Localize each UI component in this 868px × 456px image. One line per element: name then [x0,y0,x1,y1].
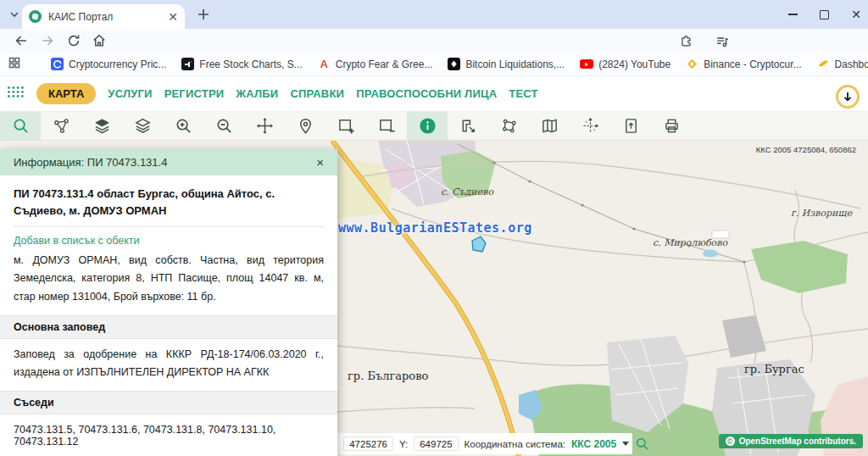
copyright-icon: © [726,437,735,446]
nav-item-pravosposobni-litsa[interactable]: ПРАВОСПОСОБНИ ЛИЦА [356,87,497,100]
panel-body: ПИ 70473.131.4 област Бургас, община Айт… [0,175,337,456]
select-remove-icon[interactable] [366,112,407,140]
map-label-sadievo: с. Съдиево [441,186,493,197]
order-text: Заповед за одобрение на КККР РД-18-174/0… [14,342,324,389]
window-close-icon[interactable]: ✕ [851,8,861,20]
y-input[interactable]: 649725 [414,437,458,451]
new-tab-button[interactable] [196,7,211,22]
bookmark-dashboard[interactable]: Dashboard [817,58,868,70]
measure-area-icon[interactable] [488,112,529,140]
minimize-icon[interactable] [788,14,798,15]
alternative-a-icon: A [318,58,331,70]
tab-strip: КАИС Портал ✕ ✕ [0,0,868,29]
section-neighbors: Съседи [0,391,337,414]
collapse-download-button[interactable] [836,85,860,108]
map-label-mirolyubovo: с. Миролюбово [653,237,727,248]
dashboard-icon [817,58,830,70]
map-toolbar [0,112,868,141]
crs-dropdown-icon[interactable] [622,442,629,446]
maximize-icon[interactable] [820,10,829,19]
kais-favicon-icon [29,10,42,23]
zoom-in-icon[interactable] [163,112,203,140]
home-icon[interactable] [92,33,107,48]
nav-item-karta[interactable]: КАРТА [36,83,96,104]
browser-tab[interactable]: КАИС Портал ✕ [22,4,185,29]
location-pin-icon[interactable] [285,112,326,140]
panel-close-icon[interactable]: × [316,156,324,169]
nav-item-uslugi[interactable]: УСЛУГИ [108,87,152,100]
layers-icon[interactable] [122,112,163,140]
tab-title: КАИС Портал [48,11,161,23]
osm-attribution[interactable]: © OpenStreetMap contributors. [719,434,863,448]
map-label-burgas: гр. Бургас [744,363,804,375]
bookmark-youtube[interactable]: (2824) YouTube [580,58,670,70]
cursor-coordinates: ККС 2005 4725084, 650862 [756,145,856,154]
crs-label: Координатна система: [465,439,565,449]
print-icon[interactable] [651,112,692,140]
map-sheets-icon[interactable] [529,112,570,140]
export-page-icon[interactable] [610,112,651,140]
bookmark-binance[interactable]: Binance - Cryptocur... [686,58,801,70]
info-tool-icon[interactable] [407,112,448,140]
forward-icon[interactable] [40,33,55,48]
map-label-balgarovo: гр. Българово [348,370,428,382]
bookmarks-bar: Cryptocurrency Pric... Free Stock Charts… [0,53,868,76]
site-nav: КАРТА УСЛУГИ РЕГИСТРИ ЖАЛБИ СПРАВКИ ПРАВ… [0,76,868,112]
coinmarketcap-icon [51,58,64,70]
neighbors-list: 70473.131.5, 70473.131.6, 70473.131.8, 7… [14,417,324,450]
tab-close-icon[interactable]: ✕ [168,11,178,23]
x-input[interactable]: 4725276 [343,437,393,451]
search-tool-icon[interactable] [0,112,41,140]
extensions-icon[interactable] [678,34,693,49]
measure-length-icon[interactable] [448,112,488,140]
coordinate-axes-icon[interactable] [570,112,610,140]
bookmark-bitcoin-liquidations[interactable]: Bitcoin Liquidations,... [448,58,565,70]
pan-icon[interactable] [244,112,285,140]
parcel-title: ПИ 70473.131.4 област Бургас, община Айт… [14,182,324,227]
coordinates-search-icon[interactable] [635,437,649,451]
tab-search-icon[interactable] [7,7,22,22]
nav-item-zhalbi[interactable]: ЖАЛБИ [236,87,278,100]
reload-icon[interactable] [66,33,81,48]
nav-item-registri[interactable]: РЕГИСТРИ [164,87,225,100]
browser-window: КАИС Портал ✕ ✕ kais.cadastre.bg/bg/Map/… [0,0,868,456]
nav-item-spravki[interactable]: СПРАВКИ [290,87,344,100]
crs-select[interactable]: ККС 2005 [571,438,616,450]
watermark: www.BulgarianESTates.org [338,220,532,236]
zoom-out-icon[interactable] [203,112,244,140]
apps-grid-icon[interactable] [8,57,20,71]
select-add-icon[interactable] [326,112,366,140]
map-label-izvorishte: г. Изворище [791,208,852,219]
y-label: Y: [399,439,408,449]
grid-menu-icon[interactable] [7,86,25,102]
bookmark-free-stock-charts[interactable]: Free Stock Charts, S... [181,58,302,70]
parcel-details: м. ДОМУЗ ОРМАН, вид собств. Частна, вид … [14,247,324,313]
parcel-info-panel: Информация: ПИ 70473.131.4 × ПИ 70473.13… [0,149,337,456]
address-bar-row: kais.cadastre.bg/bg/Map/Index ☆ New Chro… [0,29,868,53]
playlist-icon[interactable] [715,34,730,49]
snap-nodes-icon[interactable] [41,112,81,140]
binance-icon [686,58,698,70]
window-controls: ✕ [788,0,861,29]
liquidations-icon [448,58,460,70]
nav-item-test[interactable]: ТЕСТ [509,87,537,100]
youtube-icon [580,59,593,69]
bookmark-cryptocurrency[interactable]: Cryptocurrency Pric... [51,58,166,70]
bookmark-crypto-fear-greed[interactable]: A Crypto Fear & Gree... [318,58,433,70]
panel-header: Информация: ПИ 70473.131.4 × [0,149,337,175]
add-to-objects-link[interactable]: Добави в списък с обекти [14,227,324,247]
back-icon[interactable] [14,33,29,48]
tradingview-icon [181,58,194,70]
layers-filled-icon[interactable] [81,112,122,140]
section-main-order: Основна заповед [0,315,337,339]
